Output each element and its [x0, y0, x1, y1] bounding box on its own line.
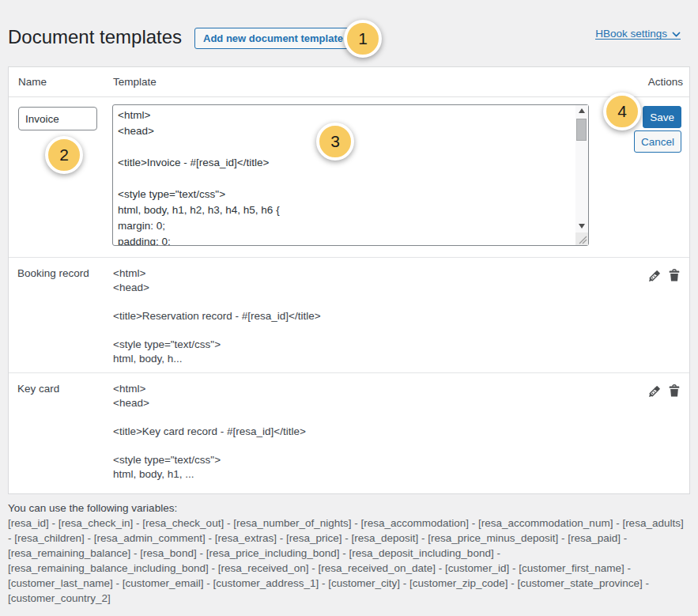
scrollbar-thumb[interactable]: [576, 119, 587, 141]
edit-icon[interactable]: [648, 384, 661, 397]
template-cell: <html> <head> <title>Invoice - #[resa_id…: [113, 97, 595, 257]
annotation-badge-4: 4: [603, 93, 641, 130]
annotation-badge-3: 3: [316, 123, 354, 161]
template-name-input[interactable]: [18, 107, 97, 130]
delete-icon[interactable]: [669, 269, 680, 282]
save-button[interactable]: Save: [643, 106, 681, 128]
column-header-actions: Actions: [595, 67, 689, 96]
add-new-document-template-button[interactable]: Add new document template: [194, 28, 352, 49]
variables-title: You can use the following variables:: [8, 501, 688, 516]
template-preview: <html> <head> <title>Key card record - #…: [113, 373, 595, 493]
resize-grip-icon[interactable]: [575, 232, 588, 245]
template-name: Key card: [9, 373, 113, 493]
row-actions: [595, 258, 689, 372]
table-header-row: Name Template Actions: [9, 67, 689, 97]
column-header-template: Template: [113, 67, 595, 96]
template-preview: <html> <head> <title>Reservation record …: [113, 258, 595, 372]
document-templates-page: Document templates Add new document temp…: [0, 0, 698, 616]
template-code-textarea[interactable]: <html> <head> <title>Invoice - #[resa_id…: [112, 104, 589, 246]
edit-icon[interactable]: [648, 269, 661, 282]
scrollbar-down-arrow-icon[interactable]: [575, 220, 588, 232]
page-title: Document templates: [8, 25, 182, 49]
scrollbar-up-arrow-icon[interactable]: [575, 105, 588, 117]
chevron-down-icon: [672, 32, 681, 38]
editing-row-invoice: <html> <head> <title>Invoice - #[resa_id…: [9, 97, 689, 258]
table-row-booking-record: Booking record <html> <head> <title>Rese…: [9, 258, 689, 373]
name-cell: [9, 97, 113, 257]
textarea-scrollbar[interactable]: [575, 105, 588, 245]
table-row-key-card: Key card <html> <head> <title>Key card r…: [9, 373, 689, 493]
hbook-settings-label: HBook settings: [595, 29, 667, 39]
hbook-settings-link[interactable]: HBook settings: [595, 29, 681, 40]
variables-help: You can use the following variables: [re…: [8, 501, 688, 606]
annotation-badge-1: 1: [344, 20, 382, 58]
delete-icon[interactable]: [669, 384, 680, 397]
row-actions: [595, 373, 689, 493]
cancel-button[interactable]: Cancel: [634, 130, 681, 153]
template-name: Booking record: [9, 258, 113, 372]
annotation-badge-2: 2: [45, 136, 83, 174]
variables-list: [resa_id] - [resa_check_in] - [resa_chec…: [8, 516, 688, 606]
column-header-name: Name: [9, 67, 113, 96]
